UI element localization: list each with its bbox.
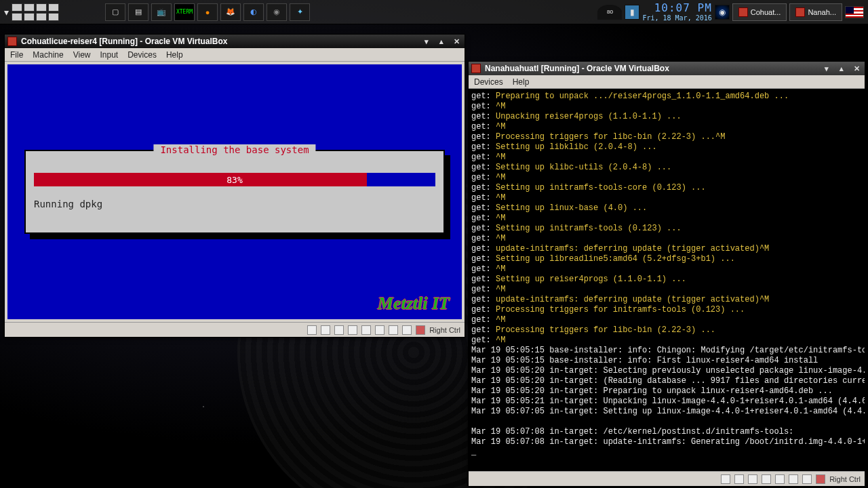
statusbar-shared-icon[interactable] — [361, 325, 371, 335]
taskbar-item-vm2[interactable]: Nanah... — [789, 3, 842, 21]
menu-file[interactable]: File — [10, 50, 23, 60]
window-title: Cohuatlicue-reiser4 [Running] - Oracle V… — [21, 37, 228, 46]
statusbar-mouse-icon[interactable] — [402, 325, 412, 335]
statusbar-optical-icon[interactable] — [734, 474, 744, 484]
statusbar-hostkey-icon[interactable] — [816, 474, 825, 484]
firefox-launcher[interactable]: 🦊 — [220, 3, 241, 21]
keyboard-layout-flag[interactable] — [845, 6, 864, 18]
maximize-button[interactable]: ▴ — [436, 37, 447, 46]
taskbar-item-label: Nanah... — [808, 8, 836, 16]
progress-bar: 83% — [34, 173, 435, 186]
statusbar-net-icon[interactable] — [748, 474, 757, 484]
browser-launcher-1[interactable]: ● — [197, 3, 218, 21]
menu-input[interactable]: Input — [100, 50, 119, 60]
menu-devices[interactable]: Devices — [474, 77, 503, 87]
statusbar-shared-icon[interactable] — [775, 474, 785, 484]
installer-dialog: Installing the base system 83% Running d… — [24, 150, 445, 234]
app-menu-chevron[interactable]: ▾ — [4, 7, 9, 18]
vm-statusbar: Right Ctrl — [469, 471, 865, 486]
minimize-button[interactable]: ▾ — [421, 37, 432, 46]
vbox-icon — [7, 37, 17, 46]
guest-screen[interactable]: Installing the base system 83% Running d… — [7, 64, 462, 319]
taskbar-item-label: Cohuat... — [751, 8, 781, 16]
vbox-icon — [795, 7, 805, 17]
maximize-button[interactable]: ▴ — [836, 64, 847, 73]
minimize-button[interactable]: ▾ — [821, 64, 832, 73]
statusbar-capture-icon[interactable] — [802, 474, 812, 484]
terminal-launcher[interactable]: ▢ — [105, 3, 125, 21]
progress-percent: 83% — [34, 173, 435, 186]
clock-time: 10:07 PM — [642, 2, 711, 14]
menubar-vm2: Devices Help — [469, 75, 865, 89]
workspace-switcher[interactable] — [12, 3, 59, 21]
filemanager-launcher[interactable]: ▤ — [128, 3, 149, 21]
statusbar-net-icon[interactable] — [334, 325, 344, 335]
misc-launcher[interactable]: ✦ — [290, 3, 310, 21]
titlebar-vm2[interactable]: Nanahuahuatl [Running] - Oracle VM Virtu… — [469, 62, 865, 75]
menu-devices[interactable]: Devices — [127, 50, 157, 60]
gauge-widget[interactable]: 80 — [597, 5, 622, 20]
brand-watermark: Metztli IT — [378, 293, 450, 314]
chromium-launcher[interactable]: ◐ — [243, 3, 264, 21]
tray-icon-2[interactable]: ◉ — [715, 5, 730, 20]
menu-help[interactable]: Help — [166, 50, 183, 60]
statusbar-display-icon[interactable] — [789, 474, 798, 484]
hostkey-label: Right Ctrl — [829, 475, 861, 483]
audio-launcher[interactable]: ◉ — [267, 3, 287, 21]
statusbar-usb-icon[interactable] — [762, 474, 771, 484]
hostkey-label: Right Ctrl — [429, 326, 460, 334]
close-button[interactable]: ✕ — [851, 64, 862, 73]
window-title: Nanahuahuatl [Running] - Oracle VM Virtu… — [485, 64, 669, 73]
statusbar-disk-icon[interactable] — [721, 474, 730, 484]
menu-view[interactable]: View — [73, 50, 91, 60]
statusbar-optical-icon[interactable] — [321, 325, 330, 335]
menu-machine[interactable]: Machine — [33, 50, 63, 60]
statusbar-hostkey-icon[interactable] — [416, 325, 425, 335]
installer-title: Installing the base system — [153, 144, 315, 155]
titlebar-vm1[interactable]: Cohuatlicue-reiser4 [Running] - Oracle V… — [5, 35, 465, 48]
installer-status: Running dpkg — [34, 199, 435, 209]
vbox-icon — [738, 7, 748, 17]
menu-help[interactable]: Help — [513, 77, 530, 87]
vbox-icon — [471, 64, 481, 73]
statusbar-display-icon[interactable] — [375, 325, 384, 335]
tray-icon-1[interactable]: ▮ — [625, 5, 639, 20]
vm-statusbar: Right Ctrl — [5, 322, 465, 337]
statusbar-usb-icon[interactable] — [348, 325, 357, 335]
taskbar: ▾ ▢ ▤ 📺 XTERM ● 🦊 ◐ ◉ ✦ 80 ▮ 10:07 PM Fr… — [0, 0, 868, 24]
tv-launcher[interactable]: 📺 — [151, 3, 172, 21]
statusbar-disk-icon[interactable] — [307, 325, 317, 335]
close-button[interactable]: ✕ — [451, 37, 462, 46]
window-vm1: Cohuatlicue-reiser4 [Running] - Oracle V… — [4, 34, 465, 338]
terminal-output[interactable]: get: Preparing to unpack .../reiser4prog… — [469, 89, 865, 471]
window-vm2: Nanahuahuatl [Running] - Oracle VM Virtu… — [468, 61, 865, 487]
menubar-vm1: File Machine View Input Devices Help — [5, 48, 465, 62]
taskbar-item-vm1[interactable]: Cohuat... — [732, 3, 787, 21]
statusbar-record-icon[interactable] — [389, 325, 398, 335]
clock[interactable]: 10:07 PM Fri, 18 Mar, 2016 — [642, 2, 711, 22]
clock-date: Fri, 18 Mar, 2016 — [642, 14, 711, 22]
xterm-launcher[interactable]: XTERM — [174, 3, 195, 21]
